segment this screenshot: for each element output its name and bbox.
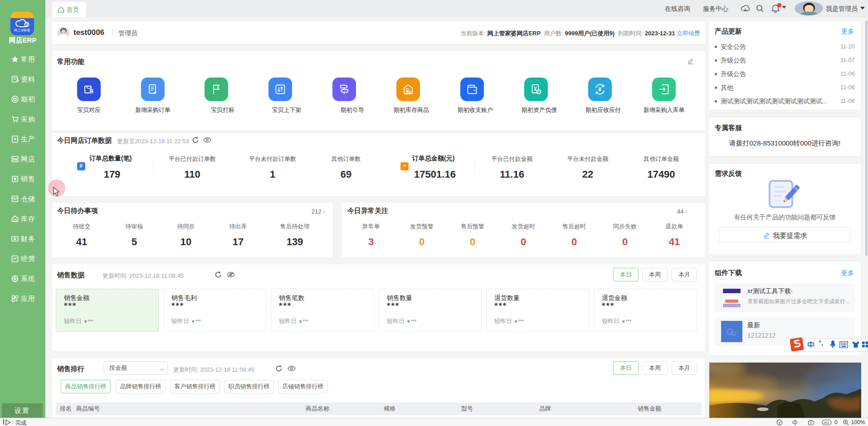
svg-text:AD: AD [824,421,829,425]
